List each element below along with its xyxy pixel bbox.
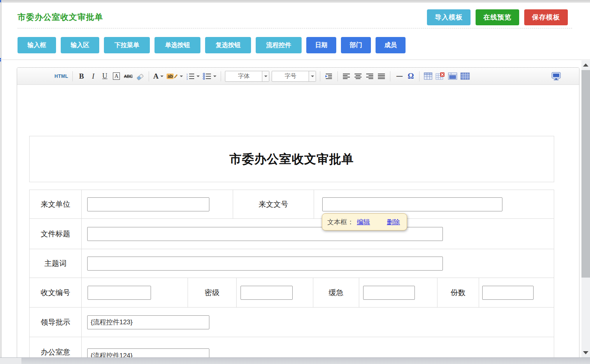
toolbar-separator [149, 71, 149, 81]
secrecy-label: 密级 [188, 278, 237, 307]
page-title: 市委办公室收文审批单 [18, 12, 103, 23]
align-left-icon[interactable] [341, 71, 351, 82]
table-row: 主题词 [30, 249, 554, 278]
toolbar-separator [419, 71, 420, 81]
approval-form-table: 来文单位 来文文号 文件标题 主题词 [29, 190, 554, 358]
ordered-list-icon[interactable]: 1 2 3 [185, 71, 200, 82]
copies-input[interactable] [482, 286, 534, 300]
editor-toolbar: HTML B I U A ABC A ab [17, 68, 579, 85]
special-char-icon[interactable]: Ω [406, 71, 416, 82]
table-row: 文件标题 [30, 219, 554, 249]
source-unit-label: 来文单位 [30, 190, 82, 218]
copies-label: 份数 [437, 278, 479, 307]
unordered-list-icon[interactable] [202, 71, 217, 82]
add-radio-button[interactable]: 单选按钮 [155, 37, 200, 53]
office-opinion-label: 办公室意 [30, 337, 82, 358]
html-source-icon[interactable]: HTML [54, 71, 69, 82]
indent-icon[interactable] [324, 71, 334, 82]
split-cells-icon[interactable] [460, 71, 471, 82]
left-edge-accent-top [0, 0, 1, 2]
delete-table-icon[interactable] [435, 71, 446, 82]
secrecy-input[interactable] [241, 286, 293, 300]
fullscreen-icon[interactable] [550, 71, 562, 82]
doc-number-label: 来文文号 [233, 190, 314, 218]
source-unit-input[interactable] [87, 197, 209, 211]
table-row: 收文编号 密级 缓急 份数 [30, 278, 554, 308]
scroll-down-arrow-icon[interactable] [583, 351, 588, 354]
textbox-control-tooltip: 文本框： 编辑 删除 [322, 213, 407, 230]
browser-top-edge [0, 0, 590, 2]
align-center-icon[interactable] [353, 71, 363, 82]
keywords-label: 主题词 [30, 249, 82, 278]
font-style-box-icon[interactable]: A [113, 72, 120, 80]
bottom-edge-strip-left [0, 358, 21, 364]
doc-number-input[interactable] [322, 197, 502, 211]
insert-table-icon[interactable] [423, 71, 433, 82]
delete-link[interactable]: 删除 [387, 218, 400, 227]
chevron-down-icon [264, 76, 267, 77]
chevron-down-icon [311, 76, 314, 77]
office-opinion-input[interactable] [87, 348, 209, 358]
toolbar-separator [337, 71, 338, 81]
add-dropdown-button[interactable]: 下拉菜单 [104, 37, 150, 53]
highlight-color-icon[interactable]: ab [166, 71, 184, 82]
rich-text-editor: HTML B I U A ABC A ab [17, 67, 579, 358]
pencil-icon [174, 74, 178, 79]
toolbar-separator [390, 71, 390, 81]
receipt-number-label: 收文编号 [30, 278, 82, 307]
urgency-label: 缓急 [313, 278, 359, 307]
edit-link[interactable]: 编辑 [357, 218, 370, 227]
template-action-bar: 导入模板 在线预览 保存模板 [427, 9, 568, 25]
font-family-select[interactable]: 字体 [225, 71, 269, 82]
table-row: 领导批示 [30, 308, 554, 337]
horizontal-rule-icon[interactable]: — [394, 71, 404, 82]
toolbar-separator [320, 71, 320, 81]
toolbar-separator [72, 71, 73, 81]
add-checkbox-button[interactable]: 复选按钮 [205, 37, 251, 53]
form-title: 市委办公室收文审批单 [230, 151, 354, 167]
align-right-icon[interactable] [365, 71, 375, 82]
font-color-icon[interactable]: A [153, 71, 165, 82]
chevron-down-icon [197, 76, 200, 77]
add-flow-control-button[interactable]: 流程控件 [256, 37, 302, 53]
vertical-scrollbar[interactable] [581, 60, 590, 357]
leader-comment-label: 领导批示 [30, 308, 82, 337]
eraser-icon[interactable] [135, 71, 145, 82]
merge-cells-icon[interactable] [447, 71, 458, 82]
add-date-button[interactable]: 日期 [306, 37, 336, 53]
toolbar-separator [221, 71, 221, 81]
doc-title-label: 文件标题 [30, 219, 82, 249]
table-row: 办公室意 [30, 337, 554, 358]
italic-icon[interactable]: I [88, 71, 98, 82]
receipt-number-input[interactable] [88, 286, 151, 300]
urgency-input[interactable] [363, 286, 415, 300]
scrollbar-thumb[interactable] [581, 70, 590, 278]
window-left-edge [1, 0, 1, 364]
dashed-divider [18, 28, 572, 28]
chevron-down-icon [213, 76, 216, 77]
add-input-box-button[interactable]: 输入框 [18, 37, 56, 53]
import-template-button[interactable]: 导入模板 [427, 9, 471, 25]
underline-icon[interactable]: U [100, 71, 110, 82]
chevron-down-icon [180, 76, 183, 77]
header-divider [0, 60, 590, 60]
strikethrough-icon[interactable]: ABC [123, 71, 133, 82]
form-title-row: 市委办公室收文审批单 [29, 136, 554, 182]
tooltip-label: 文本框： [327, 218, 354, 227]
leader-comment-input[interactable] [87, 315, 209, 329]
align-justify-icon[interactable] [376, 71, 386, 82]
add-textarea-button[interactable]: 输入区 [61, 37, 99, 53]
editor-canvas[interactable]: 市委办公室收文审批单 来文单位 来文文号 文件标题 [17, 85, 579, 358]
add-member-button[interactable]: 成员 [376, 37, 406, 53]
bottom-edge-strip [0, 357, 590, 364]
control-palette: 输入框 输入区 下拉菜单 单选按钮 复选按钮 流程控件 日期 部门 成员 [18, 37, 406, 53]
save-template-button[interactable]: 保存模板 [524, 9, 568, 25]
keywords-input[interactable] [87, 257, 443, 271]
scroll-up-arrow-icon[interactable] [583, 63, 588, 67]
table-row: 来文单位 来文文号 [30, 190, 554, 219]
chevron-down-icon [160, 76, 163, 77]
add-department-button[interactable]: 部门 [341, 37, 371, 53]
bold-icon[interactable]: B [76, 71, 86, 82]
font-size-select[interactable]: 字号 [272, 71, 316, 82]
online-preview-button[interactable]: 在线预览 [476, 9, 519, 25]
